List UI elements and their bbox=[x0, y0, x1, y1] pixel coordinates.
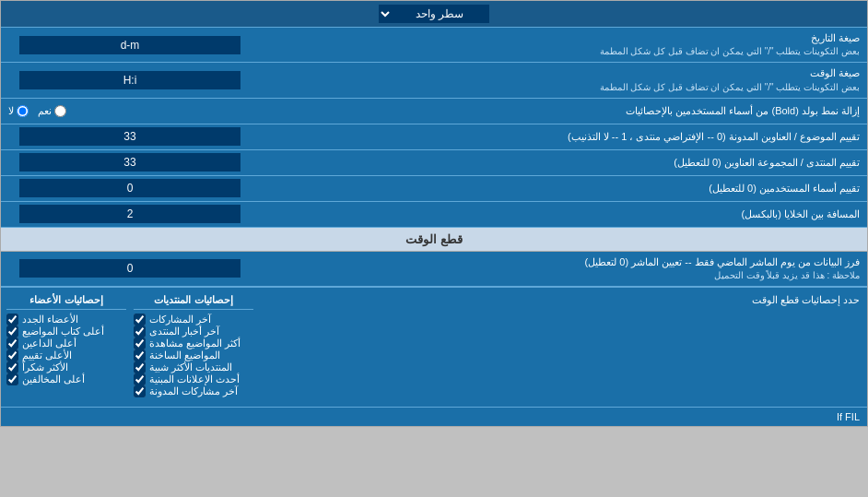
time-format-input[interactable] bbox=[19, 71, 240, 89]
col1-item-1: آخر أخبار المنتدى bbox=[134, 325, 253, 337]
col1-checkbox-4[interactable] bbox=[134, 361, 146, 373]
spacing-input-cell bbox=[1, 202, 259, 226]
topics-titles-input[interactable] bbox=[19, 127, 240, 146]
radio-no[interactable] bbox=[17, 105, 29, 117]
time-format-input-cell bbox=[1, 68, 259, 92]
col1-header: إحصائيات المنتديات bbox=[134, 291, 253, 310]
forum-groups-label: تقييم المنتدى / المجموعة العناوين (0 للت… bbox=[259, 152, 867, 173]
cutoff-days-row: فرز البيانات من يوم الماشر الماضي فقط --… bbox=[1, 252, 867, 287]
date-format-input[interactable] bbox=[19, 36, 240, 54]
col2-checkbox-4[interactable] bbox=[6, 361, 18, 373]
topics-titles-row: تقييم الموضوع / العناوين المدونة (0 -- ا… bbox=[1, 124, 867, 150]
col1-item-0: آخر المشاركات bbox=[134, 314, 253, 325]
col2-checkbox-3[interactable] bbox=[6, 349, 18, 361]
col1-checkbox-0[interactable] bbox=[134, 314, 146, 325]
bottom-stats-row: حدد إحصائيات قطع الوقت إحصائيات المنتديا… bbox=[1, 287, 867, 407]
col2-checkbox-1[interactable] bbox=[6, 325, 18, 337]
col1-item-5: أحدث الإعلانات المبنية bbox=[134, 373, 253, 385]
forum-groups-row: تقييم المنتدى / المجموعة العناوين (0 للت… bbox=[1, 150, 867, 176]
col1-checkbox-5[interactable] bbox=[134, 373, 146, 385]
col1-item-6: آخر مشاركات المدونة bbox=[134, 385, 253, 397]
col2-item-2: أعلى الداعين bbox=[6, 337, 126, 349]
col1-checkbox-6[interactable] bbox=[134, 385, 146, 397]
col2-header: إحصائيات الأعضاء bbox=[6, 291, 126, 310]
col2-stats: إحصائيات الأعضاء الأعضاء الجدد أعلى كتاب… bbox=[6, 291, 126, 397]
lines-select[interactable]: سطر واحدسطرينثلاثة أسطر bbox=[379, 5, 489, 23]
remove-bold-radio-cell: نعم لا bbox=[1, 102, 259, 120]
stats-section-label: حدد إحصائيات قطع الوقت bbox=[259, 288, 867, 407]
col2-item-1: أعلى كتاب المواضيع bbox=[6, 325, 126, 337]
footer-bar: If FIL bbox=[1, 407, 867, 426]
usernames-label: تقييم أسماء المستخدمين (0 للتعطيل) bbox=[259, 178, 867, 199]
col2-checkbox-2[interactable] bbox=[6, 337, 18, 349]
col2-checkbox-0[interactable] bbox=[6, 314, 18, 325]
col1-checkbox-1[interactable] bbox=[134, 325, 146, 337]
col2-item-3: الأعلى تقييم bbox=[6, 349, 126, 361]
topics-titles-input-cell bbox=[1, 124, 259, 148]
checkboxes-area: إحصائيات المنتديات آخر المشاركات آخر أخب… bbox=[1, 288, 259, 407]
main-container: سطر واحدسطرينثلاثة أسطر صيغة التاريخ بعض… bbox=[0, 0, 868, 427]
col2-item-0: الأعضاء الجدد bbox=[6, 314, 126, 325]
date-format-row: صيغة التاريخ بعض التكوينات يتطلب "/" الت… bbox=[1, 28, 867, 63]
col1-checkbox-2[interactable] bbox=[134, 337, 146, 349]
forum-groups-input[interactable] bbox=[19, 153, 240, 172]
remove-bold-label: إزالة نمط بولد (Bold) من أسماء المستخدمي… bbox=[259, 101, 867, 122]
cutoff-days-input[interactable] bbox=[19, 259, 240, 278]
date-format-input-cell bbox=[1, 33, 259, 57]
col2-checkbox-5[interactable] bbox=[6, 373, 18, 385]
col1-item-4: المنتديات الأكثر شبية bbox=[134, 361, 253, 373]
forum-groups-input-cell bbox=[1, 150, 259, 174]
usernames-row: تقييم أسماء المستخدمين (0 للتعطيل) bbox=[1, 176, 867, 202]
col2-item-5: أعلى المخالفين bbox=[6, 373, 126, 385]
col1-checkbox-3[interactable] bbox=[134, 349, 146, 361]
radio-no-label[interactable]: لا bbox=[8, 105, 29, 117]
col1-item-3: المواضيع الساخنة bbox=[134, 349, 253, 361]
radio-yes-label[interactable]: نعم bbox=[38, 105, 66, 117]
usernames-input-cell bbox=[1, 176, 259, 200]
cutoff-days-input-cell bbox=[1, 256, 259, 280]
col1-item-2: أكثر المواضيع مشاهدة bbox=[134, 337, 253, 349]
cutoff-days-label: فرز البيانات من يوم الماشر الماضي فقط --… bbox=[259, 252, 867, 286]
cutoff-section-header: قطع الوقت bbox=[1, 228, 867, 252]
topics-titles-label: تقييم الموضوع / العناوين المدونة (0 -- ا… bbox=[259, 126, 867, 148]
spacing-input[interactable] bbox=[19, 205, 240, 223]
radio-yes[interactable] bbox=[54, 105, 66, 117]
time-format-label: صيغة الوقت بعض التكوينات يتطلب "/" التي … bbox=[259, 63, 867, 97]
date-format-label: صيغة التاريخ بعض التكوينات يتطلب "/" الت… bbox=[259, 28, 867, 62]
header-row: سطر واحدسطرينثلاثة أسطر bbox=[1, 1, 867, 28]
remove-bold-row: إزالة نمط بولد (Bold) من أسماء المستخدمي… bbox=[1, 99, 867, 124]
col2-item-4: الأكثر شكراً bbox=[6, 361, 126, 373]
spacing-label: المسافة بين الخلايا (بالبكسل) bbox=[259, 204, 867, 225]
time-format-row: صيغة الوقت بعض التكوينات يتطلب "/" التي … bbox=[1, 63, 867, 98]
col1-stats: إحصائيات المنتديات آخر المشاركات آخر أخب… bbox=[134, 291, 253, 397]
spacing-row: المسافة بين الخلايا (بالبكسل) bbox=[1, 202, 867, 228]
usernames-input[interactable] bbox=[19, 179, 240, 197]
